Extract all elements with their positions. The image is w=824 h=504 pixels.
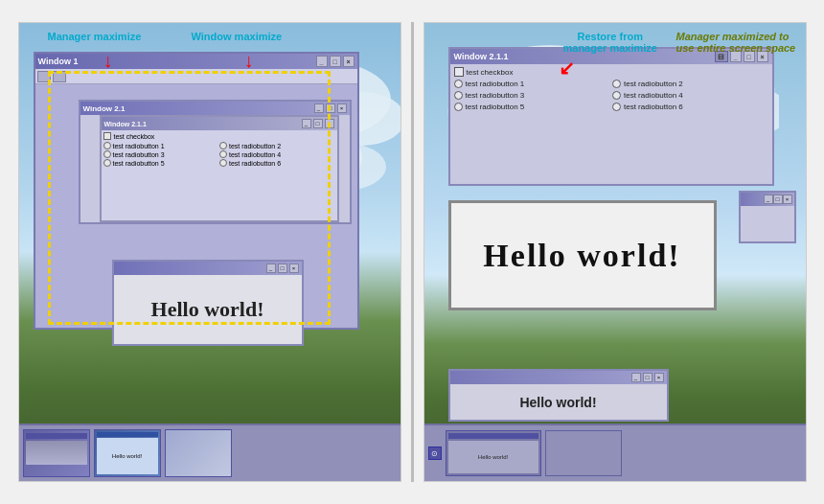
radio-right-2[interactable] [612, 80, 621, 88]
window-mini-titlebar: _ □ × [741, 193, 794, 206]
radio-row-right-5: test radiobutton 5 [454, 103, 610, 111]
radio-right-6[interactable] [612, 103, 621, 111]
window-1-titlebar: Window 1 _ □ × [35, 54, 357, 69]
checkbox-right[interactable] [454, 67, 464, 77]
radio-5[interactable] [103, 159, 111, 167]
radio-right-4[interactable] [612, 91, 621, 100]
window-maximize-label: Window maximize [192, 31, 283, 42]
window-211-large-body: test checkbox test radiobutton 1 test ra… [450, 64, 772, 114]
radio-row-6: test radiobutton 6 [219, 159, 335, 167]
radio-right-label-1: test radiobutton 1 [466, 80, 525, 88]
radio-row-3: test radiobutton 3 [103, 150, 219, 158]
hello-small-close[interactable]: × [654, 373, 664, 382]
radio-row-right-3: test radiobutton 3 [454, 91, 610, 100]
hello-world-window-left: _ □ × Hello world! [112, 260, 304, 346]
radio-6[interactable] [219, 159, 227, 167]
window-1: Window 1 _ □ × Window 2.1 _ □ × [34, 52, 359, 330]
checkbox-label-left: test checkbox [114, 133, 155, 140]
radio-grid-right: test radiobutton 1 test radiobutton 2 te… [454, 80, 768, 111]
radio-label-3: test radiobutton 3 [113, 151, 165, 158]
win1-maximize-btn[interactable]: □ [330, 56, 341, 67]
checkbox-label-right: test checkbox [467, 68, 514, 77]
window-1-buttons: _ □ × [316, 56, 355, 67]
hello-minimize-btn[interactable]: _ [266, 263, 276, 273]
toolbar-icon-1 [37, 71, 51, 82]
radio-row-2: test radiobutton 2 [219, 142, 335, 149]
radio-right-label-5: test radiobutton 5 [466, 103, 525, 111]
taskbar-thumb-3[interactable] [165, 429, 232, 477]
window-211-right: Window 2.1.1 ⊟ _ □ × test checkbox test … [448, 47, 774, 186]
restore-from-label: Restore from manager maximize [563, 31, 657, 54]
window-21-titlebar-left: Window 2.1 _ □ × [80, 102, 350, 115]
radio-2[interactable] [219, 142, 227, 149]
window-1-toolbar [35, 69, 357, 84]
radio-4[interactable] [219, 150, 227, 158]
window-211-left: Window 2.1.1 _ □ × test checkbox [100, 115, 339, 222]
radio-label-6: test radiobutton 6 [229, 160, 281, 167]
left-arrow-window: ↓ [244, 50, 254, 72]
radio-label-4: test radiobutton 4 [229, 151, 281, 158]
radio-label-2: test radiobutton 2 [229, 143, 281, 149]
radio-right-1[interactable] [454, 80, 463, 88]
right-arrow-restore: ↙ [559, 57, 575, 80]
left-panel: Manager maximize Window maximize ↓ ↓ Win… [18, 22, 401, 482]
window-211-title-left: Window 2.1.1 [104, 121, 147, 127]
hello-small-maximize[interactable]: □ [643, 373, 652, 382]
hello-world-large-text: Hello world! [451, 203, 714, 308]
radio-label-1: test radiobutton 1 [113, 143, 165, 149]
radio-right-label-6: test radiobutton 6 [624, 103, 683, 111]
radio-right-3[interactable] [454, 91, 463, 100]
radio-row-right-2: test radiobutton 2 [612, 80, 768, 88]
taskbar-right: ⊙ Hello world! [424, 424, 806, 481]
window-21-left: Window 2.1 _ □ × Window 2.1.1 _ □ × [79, 100, 352, 224]
taskbar-left: Hello world! [19, 424, 401, 481]
win1-minimize-btn[interactable]: _ [316, 56, 328, 67]
radio-grid-left: test radiobutton 1 test radiobutton 2 te… [103, 142, 335, 167]
window-211-large-title: Window 2.1.1 [454, 52, 509, 61]
radio-3[interactable] [103, 150, 111, 158]
checkbox-row-left: test checkbox [103, 132, 335, 140]
hello-world-large-window: Hello world! [448, 200, 717, 310]
win1-close-btn[interactable]: × [343, 56, 355, 67]
win-mini-close[interactable]: × [783, 195, 792, 204]
win21-minimize[interactable]: _ [314, 103, 324, 113]
window-21-title-left: Window 2.1 [83, 104, 126, 113]
win211-maximize[interactable]: □ [313, 119, 323, 128]
hello-close-btn[interactable]: × [289, 263, 299, 273]
radio-row-1: test radiobutton 1 [103, 142, 219, 149]
radio-row-right-1: test radiobutton 1 [454, 80, 610, 88]
taskbar-thumb-1[interactable] [23, 429, 90, 477]
window-1-title: Window 1 [38, 57, 79, 66]
manager-maximize-label: Manager maximize [48, 31, 142, 42]
taskbar-task-2[interactable] [545, 430, 622, 476]
win211-close[interactable]: × [325, 119, 334, 128]
hello-world-small-right: _ □ × Hello world! [448, 369, 669, 422]
hello-small-minimize[interactable]: _ [631, 373, 641, 382]
right-panel: Restore from manager maximize Manager ma… [423, 22, 807, 482]
win21-close[interactable]: × [337, 103, 347, 113]
toolbar-icon-2 [53, 71, 66, 82]
radio-right-5[interactable] [454, 103, 463, 111]
win211-minimize[interactable]: _ [302, 119, 311, 128]
hello-world-titlebar-left: _ □ × [114, 262, 302, 275]
taskbar-task-1[interactable]: Hello world! [446, 430, 541, 476]
win-mini-minimize[interactable]: _ [764, 195, 773, 204]
taskbar-thumb-2[interactable]: Hello world! [94, 429, 161, 477]
window-211-titlebar-left: Window 2.1.1 _ □ × [102, 117, 337, 130]
radio-row-right-4: test radiobutton 4 [612, 91, 768, 100]
radio-row-right-6: test radiobutton 6 [612, 103, 768, 111]
taskbar-icon[interactable]: ⊙ [428, 447, 442, 460]
window-mini-right: _ □ × [739, 191, 796, 243]
radio-1[interactable] [103, 142, 111, 149]
radio-label-5: test radiobutton 5 [113, 160, 165, 167]
radio-right-label-2: test radiobutton 2 [624, 80, 683, 88]
checkbox-left[interactable] [103, 132, 111, 140]
panel-divider [411, 22, 414, 482]
radio-right-label-3: test radiobutton 3 [466, 91, 525, 100]
checkbox-row-right: test checkbox [454, 67, 768, 77]
radio-right-label-4: test radiobutton 4 [624, 91, 683, 100]
win-mini-maximize[interactable]: □ [773, 195, 783, 204]
win21-maximize[interactable]: □ [326, 103, 335, 113]
hello-maximize-btn[interactable]: □ [278, 263, 287, 273]
radio-row-4: test radiobutton 4 [219, 150, 335, 158]
